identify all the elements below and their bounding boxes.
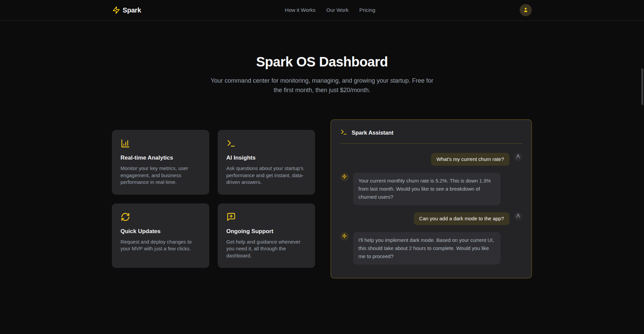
feature-card-quick-updates: Quick Updates Request and deploy changes… — [112, 203, 209, 268]
user-avatar — [514, 212, 522, 221]
nav-links: How it Works Our Work Pricing — [285, 7, 375, 13]
page-title: Spark OS Dashboard — [0, 54, 644, 69]
nav-link-pricing[interactable]: Pricing — [359, 7, 375, 13]
chat-messages: What's my current churn rate? — [340, 153, 522, 265]
feature-title: Quick Updates — [121, 228, 201, 235]
feature-title: Real-time Analytics — [121, 155, 201, 161]
user-message-bubble: Can you add a dark mode to the app? — [414, 212, 510, 225]
features-grid: Real-time Analytics Monitor your key met… — [112, 130, 315, 268]
divider — [340, 143, 522, 144]
user-avatar — [514, 153, 522, 161]
assistant-message-bubble: I'll help you implement dark mode. Based… — [353, 232, 500, 265]
brand-name: Spark — [123, 6, 141, 14]
feature-description: Monitor your key metrics, user engagemen… — [121, 165, 201, 186]
feature-description: Request and deploy changes to your MVP w… — [121, 239, 201, 252]
user-icon — [516, 154, 521, 160]
terminal-icon — [226, 139, 306, 148]
main-content: Real-time Analytics Monitor your key met… — [112, 119, 532, 278]
feature-card-ongoing-support: Ongoing Support Get help and guidance wh… — [218, 203, 315, 268]
zap-icon — [342, 233, 347, 240]
hero-section: Spark OS Dashboard Your command center f… — [0, 54, 644, 95]
chat-message-assistant: Your current monthly churn rate is 5.2%.… — [340, 173, 522, 205]
refresh-icon — [121, 212, 201, 222]
assistant-header: Spark Assistant — [340, 129, 522, 137]
feature-title: AI Insights — [226, 155, 306, 161]
top-nav-inner: Spark How it Works Our Work Pricing — [112, 0, 532, 20]
terminal-icon — [340, 129, 347, 137]
user-message-bubble: What's my current churn rate? — [431, 153, 509, 166]
chat-message-user: What's my current churn rate? — [340, 153, 522, 166]
user-icon — [523, 7, 529, 14]
vertical-scrollbar-thumb[interactable] — [641, 68, 643, 105]
assistant-message-bubble: Your current monthly churn rate is 5.2%.… — [353, 173, 500, 205]
brand-logo[interactable]: Spark — [112, 6, 141, 14]
bar-chart-icon — [121, 139, 201, 148]
account-avatar-button[interactable] — [520, 4, 532, 16]
feature-title: Ongoing Support — [226, 228, 306, 235]
assistant-title: Spark Assistant — [352, 130, 394, 136]
chat-message-assistant: I'll help you implement dark mode. Based… — [340, 232, 522, 265]
assistant-avatar — [340, 173, 349, 181]
top-nav: Spark How it Works Our Work Pricing — [0, 0, 644, 21]
page-subtitle: Your command center for monitoring, mana… — [208, 76, 436, 95]
user-icon — [516, 213, 521, 220]
nav-link-how-it-works[interactable]: How it Works — [285, 7, 315, 13]
message-square-plus-icon — [226, 212, 306, 222]
feature-card-realtime-analytics: Real-time Analytics Monitor your key met… — [112, 130, 209, 195]
assistant-avatar — [340, 232, 349, 241]
feature-description: Get help and guidance whenever you need … — [226, 239, 306, 259]
zap-icon — [112, 6, 120, 14]
nav-link-our-work[interactable]: Our Work — [326, 7, 348, 13]
feature-description: Ask questions about your startup's perfo… — [226, 165, 306, 186]
zap-icon — [342, 174, 347, 180]
chat-message-user: Can you add a dark mode to the app? — [340, 212, 522, 225]
feature-card-ai-insights: AI Insights Ask questions about your sta… — [218, 130, 315, 195]
spark-assistant-panel: Spark Assistant What's my current churn … — [331, 119, 532, 278]
